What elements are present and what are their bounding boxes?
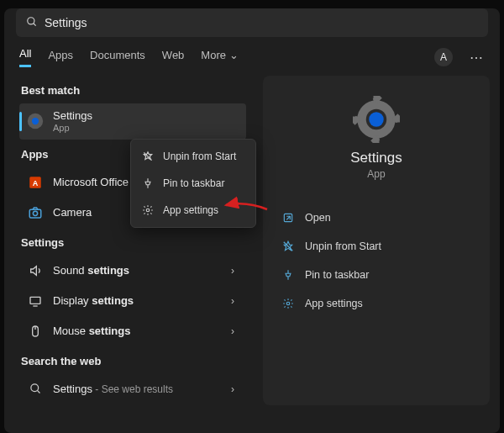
settings-icon	[26, 112, 45, 130]
tab-web[interactable]: Web	[162, 49, 185, 66]
search-icon	[26, 380, 45, 399]
svg-point-0	[28, 17, 34, 24]
svg-line-1	[34, 23, 36, 25]
result-display-settings[interactable]: Display settings ›	[19, 286, 246, 316]
details-pane: Settings App Open Unpin from Start Pin t…	[263, 76, 490, 405]
camera-icon	[26, 203, 45, 222]
action-pin-taskbar[interactable]: Pin to taskbar	[263, 261, 490, 289]
svg-text:A: A	[33, 179, 39, 187]
tab-all[interactable]: All	[19, 47, 31, 67]
context-menu: Unpin from Start Pin to taskbar App sett…	[130, 139, 256, 228]
mouse-icon	[26, 322, 45, 341]
action-open[interactable]: Open	[263, 203, 490, 232]
action-label: Unpin from Start	[305, 240, 381, 252]
action-label: App settings	[305, 298, 363, 309]
svg-point-7	[33, 211, 37, 215]
chevron-right-icon: ›	[231, 295, 234, 307]
best-match-sub: App	[53, 123, 239, 134]
result-search-web[interactable]: Settings - See web results ›	[19, 374, 246, 404]
gear-icon	[281, 297, 295, 310]
gear-icon	[141, 203, 155, 217]
open-icon	[281, 211, 295, 224]
search-icon	[26, 16, 38, 30]
pin-icon	[141, 177, 155, 190]
action-app-settings[interactable]: App settings	[263, 289, 490, 318]
display-icon	[26, 292, 45, 310]
tab-documents[interactable]: Documents	[90, 49, 145, 66]
unpin-icon	[141, 150, 155, 163]
pin-icon	[281, 268, 295, 282]
svg-point-27	[286, 302, 290, 305]
tab-apps[interactable]: Apps	[48, 49, 73, 66]
search-bar[interactable]	[16, 8, 488, 37]
chevron-right-icon: ›	[231, 265, 234, 277]
ctx-label: Unpin from Start	[163, 150, 236, 162]
ctx-pin-taskbar[interactable]: Pin to taskbar	[134, 170, 252, 197]
ctx-unpin-start[interactable]: Unpin from Start	[134, 143, 252, 170]
ctx-label: Pin to taskbar	[163, 177, 224, 189]
svg-line-13	[37, 391, 39, 393]
result-mouse-settings[interactable]: Mouse settings ›	[19, 316, 246, 346]
section-settings: Settings	[21, 236, 246, 249]
tabs: All Apps Documents Web More ⌄ A ⋯	[4, 37, 500, 67]
action-label: Open	[305, 212, 331, 224]
section-search-web: Search the web	[21, 355, 246, 367]
chevron-down-icon: ⌄	[229, 49, 239, 61]
action-label: Pin to taskbar	[305, 269, 369, 281]
svg-rect-8	[30, 297, 40, 304]
best-match-title: Settings	[53, 109, 239, 123]
svg-point-12	[30, 384, 38, 392]
result-sound-settings[interactable]: Sound settings ›	[19, 256, 246, 286]
ctx-app-settings[interactable]: App settings	[134, 197, 252, 224]
details-sub: App	[263, 168, 490, 180]
profile-avatar[interactable]: A	[434, 48, 453, 66]
svg-point-3	[32, 118, 39, 124]
section-best-match: Best match	[21, 84, 246, 97]
chevron-right-icon: ›	[231, 325, 234, 337]
chevron-right-icon: ›	[231, 383, 234, 395]
action-unpin[interactable]: Unpin from Start	[263, 232, 490, 261]
search-input[interactable]	[45, 16, 478, 29]
ctx-label: App settings	[163, 204, 218, 216]
details-title: Settings	[263, 150, 490, 166]
start-search-panel: All Apps Documents Web More ⌄ A ⋯ Best m…	[4, 8, 500, 433]
unpin-icon	[281, 240, 295, 253]
result-best-match[interactable]: Settings App	[19, 103, 246, 140]
sound-icon	[26, 261, 45, 280]
office-icon: A	[26, 173, 45, 192]
details-app-icon	[263, 96, 490, 143]
svg-point-24	[369, 112, 384, 127]
svg-point-29	[146, 209, 150, 212]
tab-more[interactable]: More ⌄	[201, 49, 238, 66]
more-options[interactable]: ⋯	[470, 50, 485, 66]
